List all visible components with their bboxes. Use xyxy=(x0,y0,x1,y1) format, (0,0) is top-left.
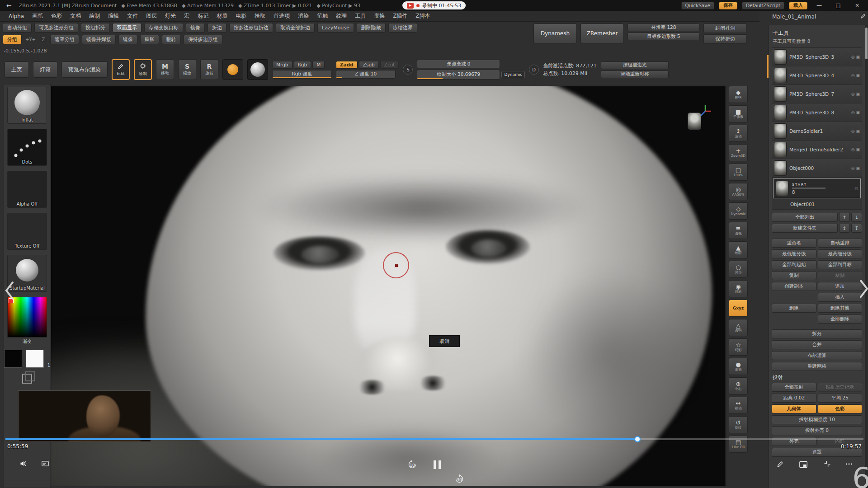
default-zscript-button[interactable]: DefaultZScript xyxy=(742,2,784,9)
mrgb-button[interactable]: Mrgb xyxy=(272,61,292,69)
eye-icon[interactable]: ◎ xyxy=(851,92,855,96)
stroke-selector[interactable]: Dots xyxy=(7,129,47,166)
zsub-button[interactable]: Zsub xyxy=(359,61,379,69)
paint-icon[interactable]: ▣ xyxy=(856,92,860,96)
toolbar-button[interactable]: 镜像 xyxy=(186,23,205,33)
right-shelf-button[interactable]: □ 100% xyxy=(729,164,748,181)
right-shelf-button[interactable]: ▲ 地面 xyxy=(729,241,748,258)
pencil-icon[interactable] xyxy=(860,13,866,20)
group-outline-button[interactable]: 按组描边光 xyxy=(601,61,669,69)
eye-icon[interactable]: ◎ xyxy=(851,73,855,78)
dynamic-chip[interactable]: Dynamic xyxy=(501,71,525,78)
eye-icon[interactable]: ◎ xyxy=(851,55,855,59)
paint-icon[interactable]: ▣ xyxy=(856,73,860,78)
subtool-down-button[interactable]: ↓ xyxy=(851,213,862,222)
move-mode-button[interactable]: M 移动 xyxy=(156,59,174,80)
smart-resym-button[interactable]: 智能重新对称 xyxy=(601,70,669,78)
toolbar-button[interactable]: 遮罩分组 xyxy=(50,35,79,44)
menu-item[interactable]: 绘制 xyxy=(85,11,104,21)
min-subdiv-button[interactable]: 最低细分级 xyxy=(772,249,816,258)
menu-item[interactable]: 电影 xyxy=(231,11,250,21)
paint-icon[interactable]: ▣ xyxy=(856,129,860,133)
menu-item[interactable]: 工具 xyxy=(351,11,370,21)
rewind-10-button[interactable]: 10 xyxy=(405,457,420,472)
quicksave-button[interactable]: QuickSave xyxy=(681,2,714,9)
projection-section-label[interactable]: 投射 xyxy=(772,373,862,381)
toolbar-button[interactable]: 取消全部折边 xyxy=(276,23,315,33)
right-shelf-button[interactable]: ⊕ 中心 xyxy=(729,377,748,394)
delete-other-button[interactable]: 删除其他 xyxy=(818,304,863,313)
resolution-slider[interactable]: 分辨率 128 xyxy=(627,23,700,31)
start-slider[interactable] xyxy=(792,188,826,189)
right-shelf-button[interactable]: ● 单独 xyxy=(729,358,748,375)
toolbar-button[interactable]: LazyMouse xyxy=(317,23,354,33)
stroke-thumbnail[interactable]: Dots xyxy=(7,129,47,166)
merge-button[interactable]: 合并 xyxy=(772,340,862,349)
restore-button[interactable]: □ xyxy=(831,1,845,10)
rename-button[interactable]: 重命名 xyxy=(772,239,816,248)
pip-button[interactable] xyxy=(797,459,810,470)
right-shelf-button[interactable]: ■ 子像素 xyxy=(729,105,748,122)
subtitle-button[interactable] xyxy=(39,459,52,469)
brush-thumbnail[interactable]: Inflat xyxy=(7,87,47,124)
forward-30-button[interactable]: 30 xyxy=(452,472,467,486)
menu-item[interactable]: 文档 xyxy=(66,11,85,21)
swatch-white[interactable] xyxy=(26,350,44,368)
menu-item[interactable]: 灯光 xyxy=(161,11,180,21)
subtool-row[interactable]: PM3D_Sphere3D_3 ◎ ▣ xyxy=(772,48,862,66)
right-shelf-button[interactable]: ◆ BPR xyxy=(729,86,748,103)
toolbar-button[interactable]: 镜像并焊接 xyxy=(82,35,116,44)
alpha-thumbnail[interactable]: Alpha Off xyxy=(7,171,47,208)
seek-handle[interactable] xyxy=(634,436,641,442)
draw-size-slider[interactable]: 绘制大小 30.69679 xyxy=(417,70,500,80)
draw-mode-button[interactable]: 绘制 xyxy=(134,59,152,80)
prev-chevron-button[interactable] xyxy=(1,278,18,304)
folder-up-button[interactable]: ↥ xyxy=(839,224,850,233)
right-shelf-button[interactable]: ≡ 透视 xyxy=(729,222,748,239)
delete-button[interactable]: 删除 xyxy=(772,304,816,313)
subtool-selected-name[interactable]: Object001 xyxy=(772,199,862,209)
load-button[interactable]: 载入 xyxy=(789,2,807,9)
max-subdiv-button[interactable]: 最高细分级 xyxy=(818,249,863,258)
copy-button[interactable]: 复制 xyxy=(772,271,816,280)
project-history-button[interactable]: 投射历史记录 xyxy=(818,383,863,392)
menu-item[interactable]: 编辑 xyxy=(104,11,123,21)
subtool-row[interactable]: DemoSoldier1 ◎ ▣ xyxy=(772,122,862,141)
delete-all-button[interactable]: 全部删除 xyxy=(818,314,863,324)
menu-item[interactable]: 纹理 xyxy=(332,11,351,21)
preview-boolean-button[interactable]: 预览布尔渲染 xyxy=(61,61,108,78)
all-to-target-button[interactable]: 全部到目标 xyxy=(818,260,863,269)
split-button[interactable]: 拆分 xyxy=(772,329,862,338)
edit-mode-button[interactable]: Edit xyxy=(112,59,130,80)
subtool-row[interactable]: Merged_DemoSoldier2 ◎ ▣ xyxy=(772,141,862,159)
remesh-button[interactable]: 重建网格 xyxy=(772,362,862,371)
toolbar-button[interactable]: 双面显示 xyxy=(113,23,142,33)
seek-bar[interactable] xyxy=(5,438,863,440)
z-intensity-slider[interactable]: Z 强度 10 xyxy=(336,70,396,79)
toolbar-button[interactable]: 按组拆分 xyxy=(81,23,110,33)
menu-item[interactable]: 色彩 xyxy=(47,11,66,21)
right-shelf-button[interactable]: △ 透明 xyxy=(729,319,748,336)
zadd-button[interactable]: Zadd xyxy=(336,61,358,69)
paint-icon[interactable]: ▣ xyxy=(856,166,860,170)
menu-item[interactable]: 宏 xyxy=(180,11,193,21)
brush-selector[interactable]: Inflat xyxy=(7,87,47,124)
subtool-up-button[interactable]: ↑ xyxy=(839,213,850,222)
folder-down-button[interactable]: ↧ xyxy=(851,224,862,233)
menu-item[interactable]: 材质 xyxy=(212,11,231,21)
subtool-selected-row[interactable]: START 8 ◎ xyxy=(773,178,861,198)
zcut-button[interactable]: Zcut xyxy=(380,61,399,69)
project-all-button[interactable]: 全部投射 xyxy=(772,383,816,392)
texture-thumbnail[interactable]: Texture Off xyxy=(7,213,47,250)
rgb-intensity-slider[interactable]: Rgb 强度 xyxy=(272,70,332,79)
menu-item[interactable]: 变换 xyxy=(370,11,389,21)
projection-shell-slider[interactable]: 投射外壳 0 xyxy=(772,426,862,435)
list-all-button[interactable]: 全部列出 xyxy=(772,213,838,222)
boolean-button[interactable]: 布尔运算 xyxy=(772,351,862,360)
geometry-button[interactable]: 几何体 xyxy=(772,404,816,413)
toolbar-button[interactable]: 可见多边形分组 xyxy=(34,23,78,33)
paint-icon[interactable]: ▣ xyxy=(856,55,860,59)
eye-icon[interactable]: ◎ xyxy=(851,166,855,170)
target-polycount-slider[interactable]: 目标多边形数 5 xyxy=(627,33,700,40)
cube-icon[interactable] xyxy=(22,374,32,384)
